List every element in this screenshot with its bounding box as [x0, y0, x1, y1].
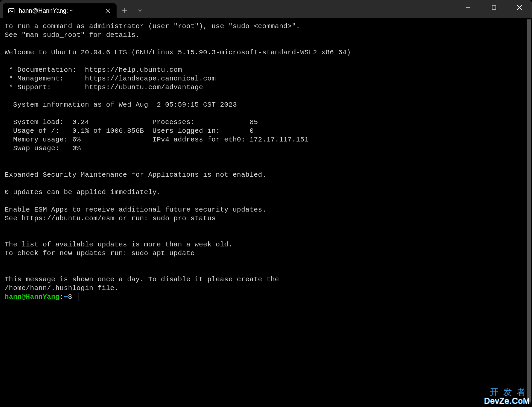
terminal-tab[interactable]: hann@HannYang: ~ — [3, 3, 117, 18]
svg-rect-0 — [9, 8, 14, 13]
motd-text: To run a command as administrator (user … — [5, 22, 527, 293]
new-tab-button[interactable] — [117, 3, 132, 18]
watermark: 开发者 DevZe.CoM — [484, 388, 530, 405]
window-controls — [456, 0, 532, 15]
scrollbar-thumb[interactable] — [527, 19, 531, 402]
tab-title: hann@HannYang: ~ — [19, 7, 90, 14]
titlebar: hann@HannYang: ~ — [0, 0, 532, 18]
prompt-path: ~ — [64, 293, 68, 301]
watermark-line1: 开发者 — [484, 388, 530, 397]
minimize-button[interactable] — [456, 0, 481, 15]
maximize-button[interactable] — [481, 0, 507, 15]
watermark-line2: DevZe.CoM — [484, 397, 530, 405]
tab-close-button[interactable] — [103, 6, 113, 15]
tab-dropdown-button[interactable] — [132, 3, 148, 18]
terminal-output[interactable]: To run a command as administrator (user … — [0, 18, 532, 305]
svg-rect-6 — [492, 6, 496, 9]
scrollbar[interactable] — [527, 19, 531, 404]
cursor — [78, 293, 78, 301]
tab-actions — [117, 3, 148, 18]
prompt-symbol: $ — [68, 293, 72, 301]
prompt-line: hann@HannYang:~$ — [5, 293, 527, 301]
terminal-icon — [8, 7, 15, 14]
close-window-button[interactable] — [507, 0, 532, 15]
prompt-user: hann@HannYang — [5, 293, 60, 301]
